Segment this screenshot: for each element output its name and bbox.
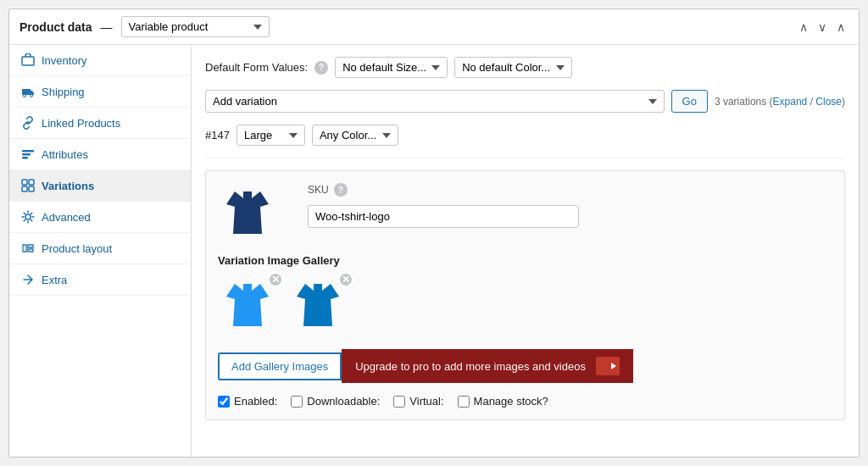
- outer-wrapper: Product data — Variable product Simple p…: [0, 0, 868, 466]
- upgrade-banner[interactable]: Upgrade to pro to add more images and vi…: [342, 349, 633, 383]
- product-data-box: Product data — Variable product Simple p…: [8, 8, 860, 458]
- add-variation-row: Add variation Create variations from all…: [205, 90, 845, 113]
- arrow-down-btn[interactable]: ∨: [815, 19, 830, 36]
- svg-point-3: [31, 95, 33, 97]
- virtual-checkbox[interactable]: [393, 396, 405, 408]
- gallery-close-1[interactable]: ✕: [268, 272, 283, 287]
- svg-rect-5: [22, 153, 31, 156]
- manage-stock-checkbox-item[interactable]: Manage stock?: [458, 395, 548, 408]
- sidebar-label-product-layout: Product layout: [42, 242, 112, 255]
- downloadable-checkbox-item[interactable]: Downloadable:: [291, 395, 380, 408]
- svg-point-11: [25, 214, 31, 219]
- gallery-images: ✕ ✕: [218, 275, 832, 339]
- variation-item-row: #147 Large Small Medium Any Color... Blu…: [205, 125, 845, 158]
- product-data-label: Product data: [19, 20, 92, 34]
- svg-rect-6: [22, 157, 28, 159]
- attributes-icon: [21, 147, 35, 161]
- advanced-icon: [21, 210, 35, 224]
- close-link[interactable]: Close: [815, 96, 842, 108]
- arrow-up-btn[interactable]: ∧: [796, 19, 811, 36]
- sku-section: SKU ?: [308, 183, 832, 228]
- variation-id: #147: [205, 129, 230, 141]
- sidebar-label-variations: Variations: [42, 180, 94, 192]
- sidebar-item-inventory[interactable]: Inventory: [9, 45, 191, 76]
- header-arrows: ∧ ∨ ∧: [796, 19, 849, 36]
- virtual-label: Virtual:: [409, 395, 443, 408]
- size-dropdown[interactable]: No default Size... Small Medium Large: [335, 57, 448, 78]
- sidebar-label-attributes: Attributes: [42, 148, 88, 161]
- sidebar-item-linked-products[interactable]: Linked Products: [9, 108, 191, 139]
- add-gallery-button[interactable]: Add Gallery Images: [218, 352, 342, 380]
- shipping-icon: [21, 85, 35, 98]
- svg-rect-8: [29, 180, 34, 185]
- variation-image[interactable]: [218, 183, 277, 242]
- manage-stock-label: Manage stock?: [474, 395, 548, 408]
- product-layout-icon: [21, 241, 35, 255]
- sku-row: SKU ?: [308, 183, 832, 197]
- variation-expanded: SKU ? Variation Image Gallery: [205, 170, 845, 420]
- downloadable-checkbox[interactable]: [291, 396, 303, 408]
- sidebar-label-inventory: Inventory: [42, 54, 86, 67]
- linked-icon: [21, 116, 35, 130]
- svg-marker-17: [314, 284, 322, 291]
- gallery-thumb-2[interactable]: ✕: [288, 275, 352, 339]
- enabled-checkbox[interactable]: [218, 396, 230, 408]
- help-icon[interactable]: ?: [314, 61, 328, 75]
- enabled-checkbox-item[interactable]: Enabled:: [218, 395, 277, 408]
- sku-label: SKU: [308, 184, 329, 196]
- add-variation-select[interactable]: Add variation Create variations from all…: [205, 90, 665, 113]
- sidebar-item-product-layout[interactable]: Product layout: [9, 233, 191, 264]
- product-data-body: Inventory Shipping: [9, 45, 859, 457]
- sidebar-item-extra[interactable]: Extra: [9, 264, 191, 296]
- enabled-label: Enabled:: [234, 395, 277, 408]
- sidebar-item-advanced[interactable]: Advanced: [9, 202, 191, 233]
- inventory-icon: [21, 53, 35, 67]
- sidebar-label-linked-products: Linked Products: [42, 117, 120, 130]
- variation-size-select[interactable]: Large Small Medium: [236, 125, 305, 146]
- gallery-thumb-1[interactable]: ✕: [218, 275, 281, 339]
- variations-icon: [21, 179, 35, 192]
- sku-input[interactable]: [308, 205, 579, 228]
- go-button[interactable]: Go: [671, 90, 708, 113]
- variations-count: 3 variations (Expand / Close): [715, 96, 845, 108]
- arrow-collapse-btn[interactable]: ∧: [833, 19, 849, 36]
- sidebar-label-extra: Extra: [42, 274, 67, 286]
- default-form-values-row: Default Form Values: ? No default Size..…: [205, 57, 845, 78]
- svg-marker-15: [243, 284, 252, 291]
- sidebar-item-variations[interactable]: Variations: [9, 170, 191, 202]
- svg-rect-9: [22, 186, 27, 191]
- product-type-select[interactable]: Variable product Simple product Grouped …: [121, 16, 270, 37]
- default-form-label: Default Form Values:: [205, 61, 308, 74]
- upgrade-arrow-icon: [596, 357, 620, 375]
- color-dropdown[interactable]: No default Color... Blue Red Green: [454, 57, 572, 78]
- sidebar: Inventory Shipping: [9, 45, 192, 457]
- virtual-checkbox-item[interactable]: Virtual:: [393, 395, 443, 408]
- downloadable-label: Downloadable:: [307, 395, 380, 408]
- product-data-dash: —: [101, 20, 113, 34]
- action-row: Add Gallery Images Upgrade to pro to add…: [218, 349, 832, 383]
- sidebar-item-shipping[interactable]: Shipping: [9, 76, 191, 108]
- svg-rect-10: [29, 186, 34, 191]
- sidebar-item-attributes[interactable]: Attributes: [9, 139, 191, 170]
- svg-rect-4: [22, 150, 34, 153]
- variation-color-select[interactable]: Any Color... Blue Red: [312, 125, 398, 146]
- product-data-header: Product data — Variable product Simple p…: [9, 9, 859, 45]
- sidebar-label-advanced: Advanced: [42, 211, 91, 224]
- svg-rect-1: [22, 89, 31, 95]
- variation-top: SKU ?: [218, 183, 832, 242]
- gallery-close-2[interactable]: ✕: [338, 272, 353, 287]
- sidebar-label-shipping: Shipping: [42, 86, 85, 98]
- svg-rect-7: [22, 180, 27, 185]
- svg-point-2: [24, 95, 26, 97]
- expand-link[interactable]: Expand: [773, 96, 808, 108]
- svg-marker-13: [243, 191, 252, 198]
- checkboxes-row: Enabled: Downloadable: Virtual: Man: [218, 395, 832, 408]
- svg-rect-0: [22, 57, 34, 65]
- manage-stock-checkbox[interactable]: [458, 396, 470, 408]
- sku-help-icon[interactable]: ?: [334, 183, 348, 197]
- gallery-label: Variation Image Gallery: [218, 254, 832, 267]
- main-content: Default Form Values: ? No default Size..…: [192, 45, 859, 457]
- extra-icon: [21, 273, 35, 286]
